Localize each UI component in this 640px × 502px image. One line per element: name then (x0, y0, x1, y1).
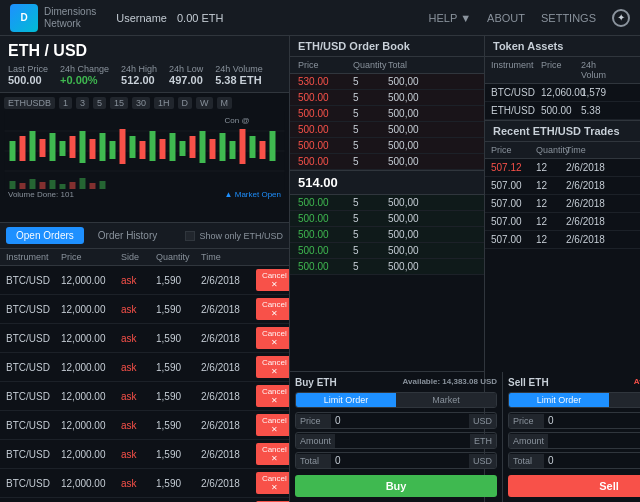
cancel-order-button[interactable]: Cancel ✕ (256, 414, 289, 436)
buy-market-tab[interactable]: Market (396, 393, 496, 407)
bid-qty: 5 (353, 245, 388, 256)
settings-icon[interactable]: ✦ (612, 9, 630, 27)
chart-5m-btn[interactable]: 5 (93, 97, 106, 109)
volume-value: 5.38 ETH (215, 74, 263, 86)
svg-rect-13 (100, 133, 106, 161)
high-label: 24h High (121, 64, 157, 74)
svg-rect-27 (240, 129, 246, 164)
chart-15m-btn[interactable]: 15 (110, 97, 128, 109)
chart-3m-btn[interactable]: 3 (76, 97, 89, 109)
order-price: 12,000.00 (61, 304, 121, 315)
order-instrument: BTC/USD (6, 304, 61, 315)
order-side: ask (121, 362, 156, 373)
ask-row: 500.00 5 500,00 (290, 90, 484, 106)
svg-rect-16 (130, 136, 136, 158)
bid-qty: 5 (353, 197, 388, 208)
col-qty: Quantity (156, 252, 201, 262)
chart-canvas: Con @ Volume Done: 101 ▲ Market Open (4, 111, 285, 201)
order-instrument: BTC/USD (6, 478, 61, 489)
buy-price-input[interactable] (331, 413, 469, 428)
rt-time: 2/6/2018 (566, 180, 611, 191)
buy-price-field: Price USD (295, 412, 497, 429)
rt-time: 2/6/2018 (566, 162, 611, 173)
order-instrument: BTC/USD (6, 362, 61, 373)
chart-d-btn[interactable]: D (178, 97, 193, 109)
buy-amount-input[interactable] (335, 433, 470, 448)
col-actions (256, 252, 289, 262)
order-time: 2/6/2018 (201, 275, 256, 286)
order-side: ask (121, 420, 156, 431)
svg-rect-22 (190, 136, 196, 158)
bid-row: 500.00 5 500,00 (290, 211, 484, 227)
cancel-order-button[interactable]: Cancel ✕ (256, 472, 289, 494)
chart-30m-btn[interactable]: 30 (132, 97, 150, 109)
orders-section: Open Orders Order History Show only ETH/… (0, 223, 289, 502)
chart-1h-btn[interactable]: 1H (154, 97, 174, 109)
buy-limit-tab[interactable]: Limit Order (296, 393, 396, 407)
ta-col-price: Price (541, 60, 581, 80)
ask-row: 500.00 5 500,00 (290, 154, 484, 170)
eth-balance: 0.00 ETH (177, 12, 223, 24)
help-menu[interactable]: HELP ▼ (429, 12, 471, 24)
ob-col-price: Price (298, 60, 353, 70)
rt-time: 2/6/2018 (566, 234, 611, 245)
left-panel: ETH / USD Last Price 500.00 24h Change +… (0, 36, 290, 502)
svg-rect-36 (60, 184, 66, 189)
show-only-checkbox[interactable] (185, 231, 195, 241)
spread-price: 514.00 (290, 170, 484, 195)
about-link[interactable]: ABOUT (487, 12, 525, 24)
buy-button[interactable]: Buy (295, 475, 497, 497)
buy-amount-field: Amount ETH (295, 432, 497, 449)
rt-time: 2/6/2018 (566, 198, 611, 209)
order-time: 2/6/2018 (201, 478, 256, 489)
order-book-title: ETH/USD Order Book (290, 36, 484, 57)
order-qty: 1,590 (156, 391, 201, 402)
list-item: 507.12 12 2/6/2018 (485, 159, 640, 177)
svg-rect-32 (20, 183, 26, 189)
chart-1m-btn[interactable]: 1 (59, 97, 72, 109)
table-row: BTC/USD 12,000.00 ask 1,590 2/6/2018 Can… (0, 440, 289, 469)
chart-m-btn[interactable]: M (217, 97, 233, 109)
order-history-tab[interactable]: Order History (88, 227, 167, 244)
ta-instrument: ETH/USD (491, 105, 541, 116)
open-orders-tab[interactable]: Open Orders (6, 227, 84, 244)
change-value: +0.00% (60, 74, 109, 86)
ask-total: 500,00 (388, 108, 448, 119)
rt-price: 507.00 (491, 180, 536, 191)
cancel-order-button[interactable]: Cancel ✕ (256, 385, 289, 407)
table-row: BTC/USD 12,000.00 ask 1,590 2/6/2018 Can… (0, 266, 289, 295)
ob-col-qty: Quantity (353, 60, 388, 70)
buy-total-input[interactable] (331, 453, 469, 468)
cancel-order-button[interactable]: Cancel ✕ (256, 269, 289, 291)
chart-symbol-btn[interactable]: ETHUSDB (4, 97, 55, 109)
svg-rect-25 (220, 133, 226, 161)
svg-rect-21 (180, 141, 186, 156)
cancel-order-button[interactable]: Cancel ✕ (256, 443, 289, 465)
chart-w-btn[interactable]: W (196, 97, 213, 109)
chart-market-link[interactable]: ▲ Market Open (225, 190, 281, 199)
settings-link[interactable]: SETTINGS (541, 12, 596, 24)
order-price: 12,000.00 (61, 478, 121, 489)
order-price: 12,000.00 (61, 333, 121, 344)
ask-total: 500,00 (388, 124, 448, 135)
bid-qty: 5 (353, 213, 388, 224)
buy-total-label: Total (296, 454, 331, 468)
volume-label: 24h Volume (215, 64, 263, 74)
svg-rect-33 (30, 179, 36, 189)
order-side: ask (121, 333, 156, 344)
order-qty: 1,590 (156, 449, 201, 460)
ask-row: 500.00 5 500,00 (290, 138, 484, 154)
chart-toolbar: ETHUSDB 1 3 5 15 30 1H D W M (4, 97, 285, 109)
cancel-order-button[interactable]: Cancel ✕ (256, 356, 289, 378)
rt-qty: 12 (536, 180, 566, 191)
cancel-order-button[interactable]: Cancel ✕ (256, 327, 289, 349)
svg-rect-37 (70, 182, 76, 189)
cancel-order-button[interactable]: Cancel ✕ (256, 298, 289, 320)
low-stat: 24h Low 497.00 (169, 64, 203, 86)
order-price: 12,000.00 (61, 449, 121, 460)
svg-rect-5 (20, 136, 26, 161)
volume-stat: 24h Volume 5.38 ETH (215, 64, 263, 86)
order-time: 2/6/2018 (201, 333, 256, 344)
high-stat: 24h High 512.00 (121, 64, 157, 86)
buy-tabs: Limit Order Market (295, 392, 497, 408)
